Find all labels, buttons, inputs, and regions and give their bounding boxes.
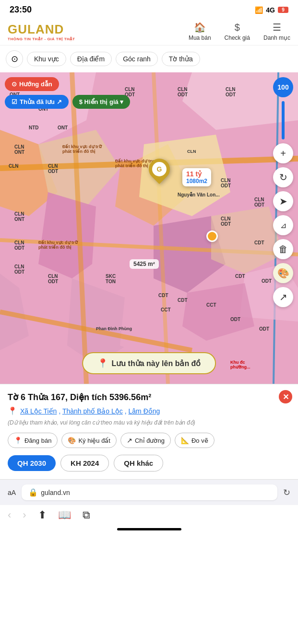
refresh-icon: ↻ xyxy=(279,172,287,183)
do-ve-button[interactable]: 📐 Đo vẽ xyxy=(175,433,215,448)
lock-icon: 🔒 xyxy=(28,488,38,497)
locate-button[interactable]: ⊙ xyxy=(6,50,23,68)
map-label-ntd: NTD xyxy=(29,125,39,130)
marker-circle: G xyxy=(144,154,174,184)
share-nav-button[interactable]: ⬆ xyxy=(38,509,47,521)
browser-url-bar[interactable]: 🔒 guland.vn xyxy=(22,484,277,500)
nav-check-gia-label: Check giá xyxy=(225,34,250,41)
location-links: Xã Lộc Tiến, Thành phố Bảo Lộc, Lâm Đồng xyxy=(20,407,162,415)
nav-mua-ban[interactable]: 🏠 Mua bán xyxy=(189,22,211,41)
khu-vuc-button[interactable]: Khu vực xyxy=(27,52,66,66)
navigate-icon: ⊙ xyxy=(12,80,17,88)
hien-thi-gia-button[interactable]: $ Hiển thị giá ▾ xyxy=(72,95,131,109)
map-container[interactable]: CLNONT CLNONT CLNONT CLNODT CLNODT CLNOD… xyxy=(0,72,298,384)
map-label-datkhuvuc3: Đất khu vực dự truphát triển đô thị xyxy=(115,159,154,168)
forward-button[interactable]: › xyxy=(23,509,26,521)
map-overlays: ⊙ Hướng dẫn ☑ Thửa đã lưu ↗ $ Hiển thị g… xyxy=(5,77,130,109)
tabs-button[interactable]: ⧉ xyxy=(83,509,90,521)
network-type: 4G xyxy=(266,6,275,14)
qh-khac-tab[interactable]: QH khác xyxy=(114,455,163,472)
navigate-button[interactable]: ➤ xyxy=(273,191,293,211)
map-label-cln13: CLNONT xyxy=(14,211,24,222)
map-label-cln14: CLNODT xyxy=(14,240,24,251)
map-label-cln9: CLNODT xyxy=(48,163,58,174)
map-label-datkhuvuc1: Đất khu vực dự trữphát triển đô thị xyxy=(62,144,102,154)
map-label-cln17: CLN xyxy=(187,149,196,154)
font-size-control[interactable]: aA xyxy=(8,489,16,496)
zoom-slider[interactable] xyxy=(282,101,285,139)
map-label-cln11: CLNODT xyxy=(254,197,264,207)
zoom-indicator: 100 xyxy=(273,77,293,97)
thua-label: Thửa xyxy=(25,392,51,402)
dang-ban-button[interactable]: 📍 Đăng bán xyxy=(8,433,58,448)
map-label-odt1: ODT xyxy=(230,317,240,322)
marker-inner: G xyxy=(152,162,167,176)
area-label: 5425 m² xyxy=(130,259,159,269)
huong-dan-button[interactable]: ⊙ Hướng dẫn xyxy=(5,77,59,91)
map-label-cln8: CLN xyxy=(9,163,19,169)
parcel-title: Tờ 6 Thửa 167, Diện tích 5396.56m² xyxy=(8,392,290,402)
map-label-phan-dinh-phuong: Phan Đình Phùng xyxy=(96,326,132,331)
map-label-ont1: ONT xyxy=(58,125,68,130)
nav-danh-muc[interactable]: ☰ Danh mục xyxy=(263,22,290,41)
xa-loc-tien-link[interactable]: Xã Lộc Tiến xyxy=(20,407,57,415)
location-icon: 📍 xyxy=(8,406,17,415)
marker-label: G xyxy=(157,165,162,173)
lam-dong-link[interactable]: Lâm Đồng xyxy=(129,407,160,415)
kh-2024-tab[interactable]: KH 2024 xyxy=(60,455,109,472)
map-toolbar: ⊙ Khu vực Địa điểm Góc ranh Tờ thửa xyxy=(0,46,298,72)
map-right-controls: 100 + ↻ ➤ ⊿ 🗑 🎨 ↗ xyxy=(273,77,293,307)
zoom-in-button[interactable]: + xyxy=(273,143,293,163)
share-icon: ↗ xyxy=(279,291,287,303)
browser-bar: aA 🔒 guland.vn ↻ xyxy=(0,479,298,505)
qh-tabs: QH 2030 KH 2024 QH khác xyxy=(8,455,290,472)
info-panel: ✕ Tờ 6 Thửa 167, Diện tích 5396.56m² 📍 X… xyxy=(0,384,298,479)
price-label: 11 tỷ 1080m2 xyxy=(182,168,211,186)
back-button[interactable]: ‹ xyxy=(8,509,11,521)
refresh-button[interactable]: ↻ xyxy=(273,167,293,187)
palette-button[interactable]: 🎨 xyxy=(273,263,293,283)
header-nav: 🏠 Mua bán $ Check giá ☰ Danh mục xyxy=(189,22,290,41)
thua-da-luu-button[interactable]: ☑ Thửa đã lưu ↗ xyxy=(5,95,69,109)
map-label-cln5: CLNODT xyxy=(178,87,188,97)
ky-hieu-dat-button[interactable]: 🎨 Ký hiệu đất xyxy=(61,433,117,448)
to-thua-button[interactable]: Tờ thửa xyxy=(162,52,200,66)
nav-danh-muc-label: Danh mục xyxy=(263,34,290,41)
ky-hieu-icon: 🎨 xyxy=(68,437,76,444)
delete-button[interactable]: 🗑 xyxy=(273,239,293,259)
price-area: 1080m2 xyxy=(186,178,207,184)
reload-icon[interactable]: ↻ xyxy=(283,487,290,498)
measure-icon: ⊿ xyxy=(280,221,286,230)
map-label-cln15: CLNODT xyxy=(14,264,24,275)
overlay-row-1: ⊙ Hướng dẫn xyxy=(5,77,130,91)
map-label-cln10: CLNODT xyxy=(221,178,231,188)
home-icon: 🏠 xyxy=(194,22,206,33)
map-label-cdt4: CDT xyxy=(158,293,168,298)
qh-2030-tab[interactable]: QH 2030 xyxy=(8,455,56,471)
dollar-icon: $ xyxy=(235,22,240,33)
dia-diem-button[interactable]: Địa điểm xyxy=(70,52,112,66)
battery-indicator: 9 xyxy=(278,7,288,13)
measure-button[interactable]: ⊿ xyxy=(273,215,293,235)
to-label: Tờ xyxy=(8,392,21,402)
nav-check-gia[interactable]: $ Check giá xyxy=(225,22,250,41)
chi-duong-button[interactable]: ↗ Chỉ đường xyxy=(120,433,171,448)
thua-number: 167 xyxy=(51,392,65,402)
map-label-cdt1: CDT xyxy=(254,240,264,245)
map-label-khude: Khu đcphường... xyxy=(230,360,250,369)
app-header: GULAND THÔNG TIN THẬT - GIÁ TRỊ THẬT 🏠 M… xyxy=(0,18,298,46)
map-marker[interactable]: G xyxy=(149,159,170,180)
share-button[interactable]: ↗ xyxy=(273,287,293,307)
status-time: 23:50 xyxy=(10,5,32,15)
tp-bao-loc-link[interactable]: Thành phố Bảo Lộc xyxy=(62,407,123,415)
browser-navigation: ‹ › ⬆ 📖 ⧉ xyxy=(0,505,298,525)
do-ve-icon: 📐 xyxy=(181,437,189,444)
map-label-cln7: CLNONT xyxy=(14,144,24,155)
save-parcel-button[interactable]: 📍 Lưu thửa này lên bản đồ xyxy=(82,352,216,374)
bookmarks-button[interactable]: 📖 xyxy=(58,509,71,521)
nav-mua-ban-label: Mua bán xyxy=(189,34,211,41)
palette-icon: 🎨 xyxy=(277,267,289,279)
goc-ranh-button[interactable]: Góc ranh xyxy=(116,52,158,66)
map-label-nguyen-van: Nguyễn Văn Lon... xyxy=(178,192,220,197)
close-button[interactable]: ✕ xyxy=(279,390,292,403)
